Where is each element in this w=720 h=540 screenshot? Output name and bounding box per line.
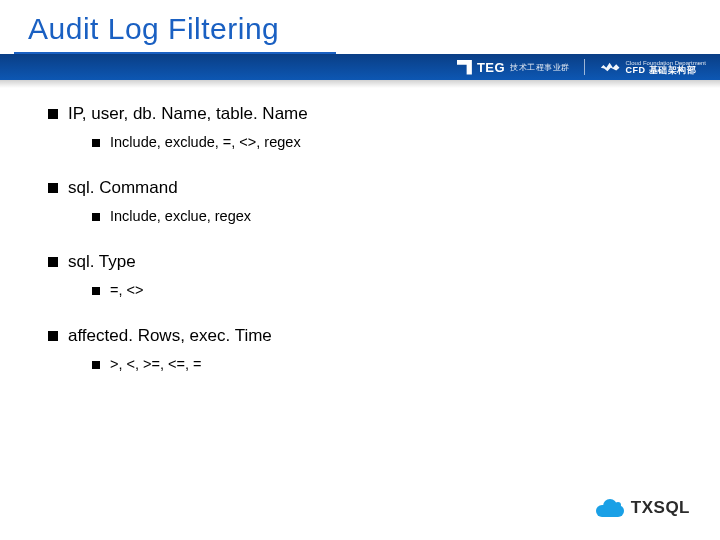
list-item: sql. Type =, <> (48, 252, 672, 298)
bullet-icon (48, 257, 58, 267)
sub-bullet-text: Include, exclude, =, <>, regex (110, 134, 301, 150)
header-band-shadow (0, 80, 720, 88)
header-logos: TEG 技术工程事业群 Cloud Foundation Department … (457, 54, 706, 80)
logo-divider (584, 59, 585, 75)
sub-bullet-icon (92, 361, 100, 369)
teg-logo: TEG 技术工程事业群 (457, 60, 570, 75)
sub-list-item: >, <, >=, <=, = (92, 356, 272, 372)
cfd-subtext: Cloud Foundation Department (626, 60, 706, 66)
sub-bullet-icon (92, 287, 100, 295)
bullet-text: IP, user, db. Name, table. Name (68, 104, 308, 124)
bullet-icon (48, 183, 58, 193)
cfd-mark-icon (599, 60, 621, 74)
body: IP, user, db. Name, table. Name Include,… (48, 100, 672, 372)
bullet-icon (48, 331, 58, 341)
header: Audit Log Filtering TEG 技术工程事业群 Cloud Fo… (0, 0, 720, 80)
sub-bullet-icon (92, 139, 100, 147)
product-name: TXSQL (631, 498, 690, 518)
list-item: IP, user, db. Name, table. Name Include,… (48, 104, 672, 150)
teg-mark-icon (457, 60, 472, 75)
cfd-text: CFD 基础架构部 (626, 66, 706, 75)
page-title: Audit Log Filtering (28, 12, 279, 46)
bullet-icon (48, 109, 58, 119)
sub-list-item: Include, exclude, =, <>, regex (92, 134, 308, 150)
sub-bullet-text: =, <> (110, 282, 143, 298)
bullet-text: sql. Type (68, 252, 143, 272)
sub-bullet-text: >, <, >=, <=, = (110, 356, 202, 372)
bullet-list: IP, user, db. Name, table. Name Include,… (48, 104, 672, 372)
sub-bullet-icon (92, 213, 100, 221)
bullet-text: sql. Command (68, 178, 251, 198)
teg-text: TEG (477, 60, 505, 75)
list-item: sql. Command Include, exclue, regex (48, 178, 672, 224)
footer-logo: TXSQL (596, 498, 690, 518)
list-item: affected. Rows, exec. Time >, <, >=, <=,… (48, 326, 672, 372)
sub-list-item: =, <> (92, 282, 143, 298)
bullet-text: affected. Rows, exec. Time (68, 326, 272, 346)
slide: Audit Log Filtering TEG 技术工程事业群 Cloud Fo… (0, 0, 720, 540)
sub-list-item: Include, exclue, regex (92, 208, 251, 224)
sub-bullet-text: Include, exclue, regex (110, 208, 251, 224)
cloud-icon (596, 499, 624, 517)
cfd-logo: Cloud Foundation Department CFD 基础架构部 (599, 60, 706, 75)
teg-subtext: 技术工程事业群 (510, 62, 570, 73)
